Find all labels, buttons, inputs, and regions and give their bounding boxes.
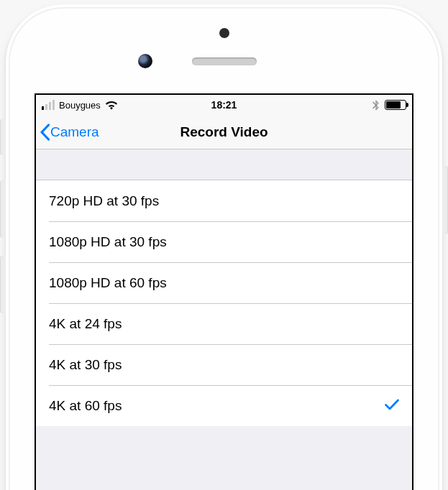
options-list: 720p HD at 30 fps1080p HD at 30 fps1080p… xyxy=(36,180,412,426)
option-label: 1080p HD at 60 fps xyxy=(49,275,167,291)
option-label: 4K at 30 fps xyxy=(49,357,122,373)
option-row[interactable]: 1080p HD at 30 fps xyxy=(49,221,412,262)
front-camera xyxy=(138,54,152,68)
checkmark-icon xyxy=(385,398,399,414)
option-row[interactable]: 4K at 30 fps xyxy=(49,344,412,385)
carrier-label: Bouygues xyxy=(59,100,101,111)
option-row[interactable]: 4K at 24 fps xyxy=(49,303,412,344)
option-row[interactable]: 1080p HD at 60 fps xyxy=(49,262,412,303)
cell-signal-icon xyxy=(42,100,55,110)
proximity-sensor xyxy=(219,28,229,38)
volume-up-button xyxy=(1,180,6,238)
mute-switch xyxy=(1,119,6,155)
status-bar: Bouygues 18:21 xyxy=(36,95,412,115)
back-label: Camera xyxy=(50,124,99,140)
option-row[interactable]: 720p HD at 30 fps xyxy=(36,180,412,221)
option-label: 4K at 60 fps xyxy=(49,398,122,414)
option-label: 1080p HD at 30 fps xyxy=(49,234,167,250)
earpiece-speaker xyxy=(192,57,257,65)
nav-bar: Camera Record Video xyxy=(36,115,412,149)
battery-icon xyxy=(385,100,406,110)
option-label: 4K at 24 fps xyxy=(49,316,122,332)
wifi-icon xyxy=(105,101,118,110)
back-button[interactable]: Camera xyxy=(36,124,99,141)
phone-frame: Bouygues 18:21 Camera Record Video 720p … xyxy=(6,4,442,490)
chevron-left-icon xyxy=(39,124,50,141)
bluetooth-icon xyxy=(372,100,379,111)
screen: Bouygues 18:21 Camera Record Video 720p … xyxy=(35,93,413,490)
option-label: 720p HD at 30 fps xyxy=(49,193,159,209)
group-spacer xyxy=(36,149,412,180)
volume-down-button xyxy=(1,256,6,313)
option-row[interactable]: 4K at 60 fps xyxy=(49,385,412,426)
power-button xyxy=(442,166,447,234)
